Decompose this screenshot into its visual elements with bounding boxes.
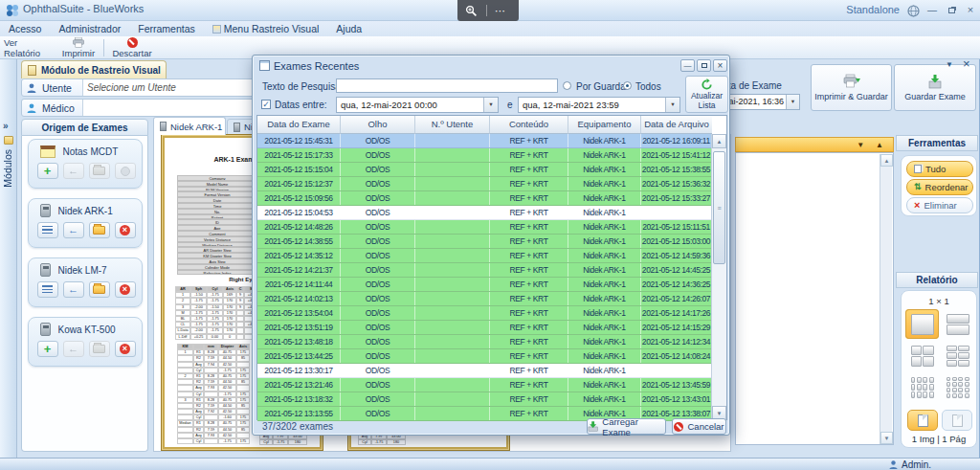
exam-cell: Nidek ARK-1: [568, 306, 641, 320]
sort-ascending-icon[interactable]: ▲: [876, 141, 883, 149]
carregar-exame-button[interactable]: Carregar Exame: [587, 418, 666, 435]
exam-row[interactable]: 2021-05-12 14:21:37OD/OSREF + KRTNidek A…: [257, 263, 726, 278]
dialog-minimize-button[interactable]: —: [680, 59, 695, 72]
layout-option-4x3[interactable]: [905, 372, 939, 402]
exam-row[interactable]: 2021-05-12 15:15:04OD/OSREF + KRTNidek A…: [257, 163, 726, 177]
exam-row[interactable]: 2021-05-12 15:09:56OD/OSREF + KRTNidek A…: [257, 191, 726, 206]
table-scrollbar[interactable]: ▲ ≡ ▼: [711, 134, 726, 420]
menu-ferramentas[interactable]: Ferramentas: [129, 21, 204, 36]
combo-dropdown-icon[interactable]: ▼: [483, 98, 498, 112]
col-equipamento[interactable]: Equipamento: [568, 116, 641, 134]
exam-row[interactable]: 2021-05-12 13:18:32OD/OSREF + KRTNidek A…: [257, 392, 726, 407]
exam-row[interactable]: 2021-05-12 15:04:53OD/OSREF + KRTNidek A…: [257, 206, 726, 220]
dialog-maximize-button[interactable]: [697, 59, 711, 72]
menu-rastreio-visual[interactable]: Menu Rastreio Visual: [204, 21, 328, 36]
col-data-do-exame[interactable]: Data do Exame: [257, 116, 341, 134]
todos-label[interactable]: Todos: [635, 81, 661, 92]
menu-acesso[interactable]: Acesso: [0, 21, 50, 36]
todos-radio[interactable]: [623, 81, 632, 90]
exam-row[interactable]: 2021-05-12 13:44:25OD/OSREF + KRTNidek A…: [257, 349, 726, 364]
layout-option-1x1[interactable]: [905, 309, 939, 339]
exam-cell: [415, 177, 490, 190]
exam-cell: REF + KRT: [490, 278, 568, 291]
datas-entre-checkbox[interactable]: ✓: [261, 100, 271, 109]
col-data-arquivo[interactable]: Data de Arquivo: [641, 116, 712, 134]
reordenar-button[interactable]: ⇅ Reordenar: [906, 179, 973, 195]
close-button[interactable]: ×: [963, 3, 978, 17]
import-button[interactable]: ←: [63, 281, 84, 298]
col-conteudo[interactable]: Conteúdo: [490, 116, 568, 134]
delete-button[interactable]: ×: [115, 222, 136, 238]
exam-row[interactable]: 2021-05-12 14:35:12OD/OSREF + KRTNidek A…: [257, 249, 726, 263]
guardar-exame-button[interactable]: Guardar Exame: [894, 64, 976, 111]
admin-person-icon: [888, 459, 899, 470]
delete-button[interactable]: ×: [115, 341, 136, 357]
menu-administrador[interactable]: Administrador: [50, 21, 129, 36]
exam-row[interactable]: 2021-05-12 15:17:33OD/OSREF + KRTNidek A…: [257, 148, 726, 163]
atualizar-lista-button[interactable]: Atualizar Lista: [685, 76, 728, 113]
tab-nidek-ark1[interactable]: Nidek ARK-1: [153, 117, 226, 135]
one-image-page-button[interactable]: [907, 410, 938, 431]
layout-option-1x2[interactable]: [941, 309, 974, 339]
date-to-combo[interactable]: qua, 12-mai-2021 23:59▼: [518, 97, 680, 113]
expand-chevron-icon[interactable]: »: [3, 121, 9, 131]
exam-row[interactable]: 2021-05-12 14:02:13OD/OSREF + KRTNidek A…: [257, 292, 726, 306]
layout-option-4x4[interactable]: [941, 372, 974, 402]
exam-row[interactable]: 2021-05-12 13:48:18OD/OSREF + KRTNidek A…: [257, 335, 726, 349]
combo-dropdown-icon[interactable]: ▼: [665, 98, 679, 112]
eliminar-button[interactable]: × Eliminar: [906, 197, 973, 213]
exam-row[interactable]: 2021-05-12 13:21:46OD/OSREF + KRTNidek A…: [257, 378, 726, 392]
multi-image-page-button[interactable]: [942, 410, 972, 431]
descartar-button[interactable]: Descartar: [107, 37, 157, 58]
tab-modulo-rastreio-visual[interactable]: Módulo de Rastreio Visual: [21, 60, 167, 78]
exam-row[interactable]: 2021-05-12 15:12:37OD/OSREF + KRTNidek A…: [257, 177, 726, 191]
exam-row[interactable]: 2021-05-12 14:11:44OD/OSREF + KRTNidek A…: [257, 278, 726, 292]
list-button[interactable]: [37, 281, 58, 298]
panel-pin-icon[interactable]: ▼: [946, 60, 953, 69]
imprimir-button[interactable]: Imprimir: [57, 37, 100, 58]
por-guardar-label[interactable]: Por Guardar: [576, 81, 629, 92]
exam-row[interactable]: 2021-05-12 13:30:17OD/OSREF + KRTNidek A…: [257, 364, 726, 378]
exam-row[interactable]: 2021-05-12 13:51:19OD/OSREF + KRTNidek A…: [257, 321, 726, 335]
exam-row[interactable]: 2021-05-12 14:38:55OD/OSREF + KRTNidek A…: [257, 235, 726, 249]
modules-strip-label[interactable]: Módulos: [2, 149, 13, 188]
layout-option-2x2[interactable]: [905, 341, 939, 370]
date-from-combo[interactable]: qua, 12-mai-2021 00:00▼: [336, 97, 499, 113]
list-button[interactable]: [37, 222, 58, 238]
zoom-magnifier-icon[interactable]: [465, 5, 478, 17]
overlay-more-button[interactable]: ⋯: [495, 5, 506, 17]
scroll-down-icon[interactable]: ▼: [880, 432, 893, 444]
restore-button[interactable]: [944, 3, 959, 17]
imprimir-guardar-button[interactable]: Imprimir & Guardar: [811, 64, 892, 111]
cancelar-button[interactable]: Cancelar: [672, 418, 726, 435]
tudo-button[interactable]: Tudo: [906, 161, 973, 177]
col-olho[interactable]: Olho: [341, 116, 415, 134]
exam-cell: 2021-05-12 13:51:19: [257, 321, 341, 334]
exam-row[interactable]: 2021-05-12 13:54:04OD/OSREF + KRTNidek A…: [257, 306, 726, 321]
open-folder-button[interactable]: [89, 222, 110, 238]
add-button[interactable]: +: [37, 341, 58, 357]
search-input[interactable]: [336, 78, 558, 93]
scrollbar-thumb[interactable]: ≡: [713, 151, 725, 264]
device-icon: [40, 204, 51, 217]
minimize-button[interactable]: —: [924, 3, 940, 17]
add-button[interactable]: +: [37, 163, 58, 179]
layout-option-2x3[interactable]: [941, 341, 974, 370]
scroll-up-icon[interactable]: ▲: [712, 134, 726, 148]
window-title: OphthalSuite - BlueWorks: [23, 3, 144, 14]
scroll-up-icon[interactable]: ▲: [880, 154, 893, 167]
menu-ajuda[interactable]: Ajuda: [327, 21, 370, 36]
delete-button[interactable]: ×: [115, 281, 136, 298]
exam-row[interactable]: 2021-05-12 14:48:26OD/OSREF + KRTNidek A…: [257, 220, 726, 235]
panel-close-icon[interactable]: ×: [963, 56, 970, 71]
combo-dropdown-icon[interactable]: ▼: [786, 95, 799, 109]
col-num-utente[interactable]: N.º Utente: [415, 116, 490, 134]
por-guardar-radio[interactable]: [563, 81, 571, 90]
sort-descending-icon[interactable]: ▼: [857, 141, 864, 149]
import-button[interactable]: ←: [63, 222, 84, 238]
exam-row[interactable]: 2021-05-12 15:45:31OD/OSREF + KRTNidek A…: [257, 134, 726, 148]
open-folder-button[interactable]: [89, 281, 110, 298]
list-scrollbar[interactable]: ▲ ▼: [880, 154, 892, 444]
ver-relatorio-button[interactable]: Ver Relatório: [4, 37, 56, 58]
dialog-close-button[interactable]: ×: [713, 59, 727, 72]
